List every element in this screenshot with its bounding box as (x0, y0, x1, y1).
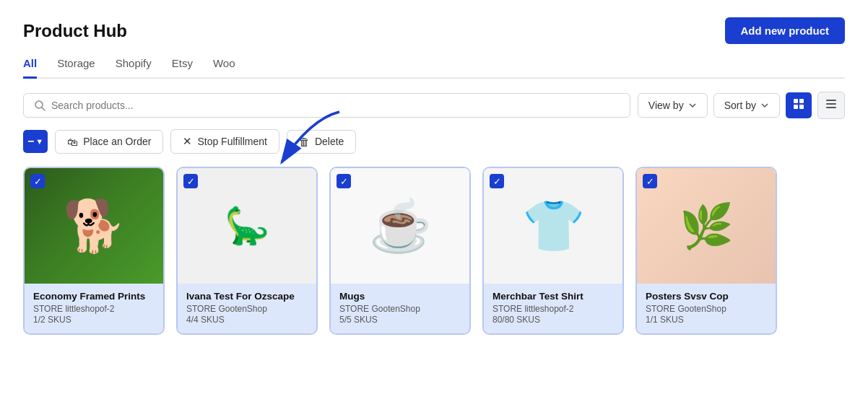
svg-rect-8 (826, 107, 836, 108)
action-bar: − ▼ 🛍 Place an Order ✕ Stop Fulfillment … (23, 129, 845, 154)
product-store: STORE GootenShop (646, 304, 767, 314)
product-skus: 4/4 SKUS (186, 315, 308, 325)
product-skus: 1/2 SKUS (33, 315, 155, 325)
product-store: STORE littleshopof-2 (33, 304, 155, 314)
product-card[interactable]: ✓ Economy Framed Prints STORE littleshop… (23, 167, 165, 335)
stop-fulfillment-button[interactable]: ✕ Stop Fulfillment (170, 129, 279, 154)
tab-shopify[interactable]: Shopify (116, 57, 152, 79)
product-skus: 5/5 SKUS (339, 315, 461, 325)
svg-rect-3 (799, 99, 804, 103)
tab-all[interactable]: All (23, 57, 37, 79)
delete-button[interactable]: 🗑 Delete (287, 130, 356, 154)
chevron-down-icon: ▼ (35, 137, 43, 146)
product-store: STORE littleshopof-2 (492, 304, 614, 314)
product-info: Economy Framed Prints STORE littleshopof… (25, 284, 163, 333)
search-icon (34, 100, 45, 111)
product-store: STORE GootenShop (186, 304, 308, 314)
product-image (178, 168, 316, 284)
product-image (484, 168, 622, 284)
product-name: Posters Svsv Cop (646, 291, 767, 302)
product-checkbox[interactable]: ✓ (30, 174, 45, 188)
product-checkbox[interactable]: ✓ (643, 174, 657, 188)
svg-rect-5 (799, 105, 804, 109)
product-image (637, 168, 776, 284)
product-image-wrap: ✓ (178, 168, 316, 284)
product-name: Merchbar Test Shirt (492, 291, 614, 302)
minus-icon: − (27, 135, 34, 148)
product-checkbox[interactable]: ✓ (337, 174, 351, 188)
chevron-down-icon (688, 101, 697, 110)
product-card[interactable]: ✓ Posters Svsv Cop STORE GootenShop 1/1 … (635, 167, 777, 335)
grid-view-button[interactable] (786, 92, 812, 118)
product-store: STORE GootenShop (339, 304, 461, 314)
product-name: Economy Framed Prints (33, 291, 155, 302)
product-card[interactable]: ✓ Ivana Test For Ozscape STORE GootenSho… (176, 167, 318, 335)
list-view-button[interactable] (817, 92, 845, 119)
page-header: Product Hub Add new product (23, 17, 845, 44)
grid-icon (793, 98, 804, 110)
products-grid: ✓ Economy Framed Prints STORE littleshop… (23, 167, 845, 335)
product-image-wrap: ✓ (25, 168, 163, 284)
page-title: Product Hub (23, 21, 127, 41)
chevron-down-icon (760, 101, 769, 110)
trash-icon: 🗑 (299, 136, 310, 148)
product-checkbox[interactable]: ✓ (490, 174, 504, 188)
search-input[interactable] (51, 100, 620, 111)
svg-rect-4 (794, 105, 798, 109)
sort-by-button[interactable]: Sort by (713, 93, 780, 118)
svg-rect-7 (826, 103, 836, 105)
view-by-button[interactable]: View by (638, 93, 708, 118)
product-image (25, 168, 163, 284)
svg-rect-6 (826, 100, 836, 101)
product-image-wrap: ✓ (331, 168, 469, 284)
product-info: Merchbar Test Shirt STORE littleshopof-2… (484, 284, 622, 333)
product-image (331, 168, 469, 284)
shopping-bag-icon: 🛍 (67, 136, 78, 148)
search-row: View by Sort by (23, 92, 845, 119)
product-image-wrap: ✓ (637, 168, 776, 284)
product-checkbox[interactable]: ✓ (183, 174, 198, 188)
tab-bar: All Storage Shopify Etsy Woo (23, 57, 845, 79)
view-sort-group: View by Sort by (638, 92, 845, 119)
tab-woo[interactable]: Woo (213, 57, 235, 79)
select-all-button[interactable]: − ▼ (23, 130, 48, 153)
svg-rect-2 (794, 99, 798, 103)
stop-icon: ✕ (183, 135, 192, 148)
place-order-button[interactable]: 🛍 Place an Order (55, 130, 163, 154)
product-info: Posters Svsv Cop STORE GootenShop 1/1 SK… (637, 284, 776, 333)
add-product-button[interactable]: Add new product (725, 17, 846, 44)
svg-line-1 (42, 108, 45, 110)
product-card[interactable]: ✓ Merchbar Test Shirt STORE littleshopof… (482, 167, 624, 335)
tab-storage[interactable]: Storage (57, 57, 95, 79)
product-card[interactable]: ✓ Mugs STORE GootenShop 5/5 SKUS (329, 167, 471, 335)
product-info: Ivana Test For Ozscape STORE GootenShop … (178, 284, 316, 333)
product-info: Mugs STORE GootenShop 5/5 SKUS (331, 284, 469, 333)
tab-etsy[interactable]: Etsy (172, 57, 193, 79)
product-skus: 1/1 SKUS (646, 315, 767, 325)
product-skus: 80/80 SKUS (492, 315, 614, 325)
product-name: Ivana Test For Ozscape (186, 291, 308, 302)
product-name: Mugs (339, 291, 461, 302)
product-image-wrap: ✓ (484, 168, 622, 284)
search-wrapper (23, 93, 630, 118)
list-icon (825, 98, 837, 110)
